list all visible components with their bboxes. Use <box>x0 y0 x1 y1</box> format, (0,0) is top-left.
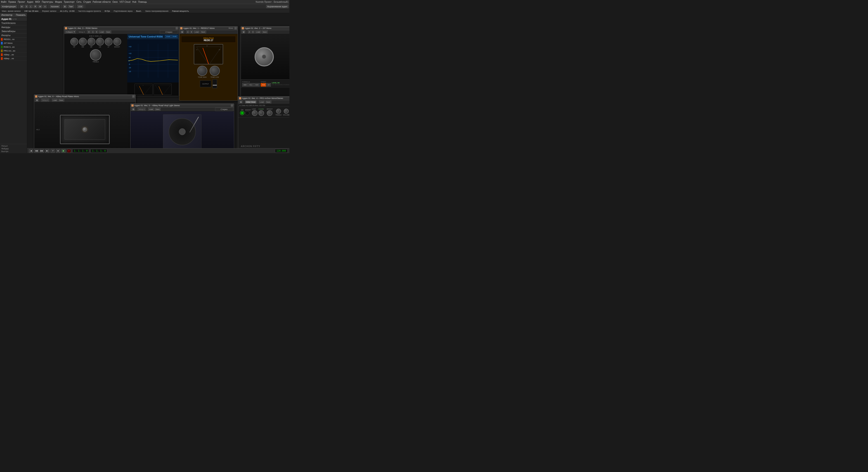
transport-rewind[interactable]: ◀◀ <box>34 149 38 153</box>
j37-save[interactable]: Save <box>261 31 268 33</box>
vinyl-close-btn[interactable]: × <box>231 104 233 107</box>
vinyl-load[interactable]: Load <box>148 108 154 111</box>
rs56-bypass[interactable]: ⬅ <box>87 31 91 33</box>
redd17-drive-slider[interactable] <box>213 79 217 88</box>
rs56-knob-4[interactable]: LM <box>96 38 104 48</box>
toolbar-s[interactable]: S <box>25 5 28 8</box>
rs56-30db-btn[interactable]: 30dB <box>172 35 178 38</box>
archon-preset-name[interactable]: Initial Clean <box>245 101 256 103</box>
inspector-section-chords[interactable]: Аккорды <box>0 25 27 29</box>
plates-load[interactable]: Load <box>52 99 58 102</box>
inspector-section-inserts[interactable]: Инсерты <box>0 33 27 37</box>
transport-stop[interactable]: ■ <box>56 149 60 153</box>
rs56-knob-2[interactable]: HM <box>79 38 87 48</box>
plates-power[interactable]: ⏻ <box>35 99 39 102</box>
menu-network[interactable]: Сеть <box>76 1 82 3</box>
toolbar-l[interactable]: L <box>29 5 33 8</box>
rs56-close-btn[interactable]: × <box>176 27 178 29</box>
rs56-preset[interactable]: Стерео <box>160 30 178 34</box>
plates-close-btn[interactable]: × <box>132 95 134 98</box>
transport-record[interactable]: ● <box>67 149 71 153</box>
inspector-section-eq[interactable]: Эквалайзеры <box>0 29 27 33</box>
vinyl-power[interactable]: ⏻ <box>131 108 135 111</box>
j37-formula-888[interactable]: 888 <box>242 83 248 87</box>
menu-project[interactable]: Проект <box>18 1 25 3</box>
menu-vst-cloud[interactable]: VST Cloud <box>120 1 130 3</box>
j37-formula-815[interactable]: 815 <box>254 83 260 87</box>
inspector-section-trackversions[interactable]: TrackVersions <box>0 21 27 25</box>
track-item-j37[interactable]: J37 Mono <box>0 41 27 45</box>
toolbar-quantize[interactable]: 1/16 <box>77 5 84 8</box>
rs56-knob-7[interactable]: TREBLE <box>90 49 101 63</box>
menu-hub[interactable]: Hub <box>132 1 136 3</box>
archon-load[interactable]: Load <box>259 101 265 103</box>
archon-bass-knob[interactable]: TREBLE <box>275 109 281 116</box>
toolbar-snap-val[interactable]: Такт <box>68 5 74 8</box>
redd17-tone-low[interactable]: TONE LOW <box>210 66 220 78</box>
archon-title-bar[interactable]: Аудио 01: Инс. 4 – PRS Archon Mono/Stere… <box>238 97 289 100</box>
menu-score[interactable]: Партитуры <box>42 1 53 3</box>
vinyl-title-bar[interactable]: Аудио 01: Инс. 5 – Abbey Road Vinyl Ligh… <box>130 104 234 107</box>
inspector-track-name[interactable]: Аудио 01 <box>1 18 11 20</box>
track-item-rs56[interactable]: RS56 S...eo <box>0 45 27 49</box>
archon-power[interactable]: ⏻ <box>239 101 243 103</box>
menu-transport[interactable]: Транспорт <box>64 1 74 3</box>
toolbar-touch[interactable]: Касание <box>50 5 60 8</box>
toolbar-snap[interactable]: ⊞ <box>63 5 67 8</box>
transport-loop[interactable]: ↺ <box>51 149 55 153</box>
j37-speed-75[interactable]: 7.5 <box>261 83 266 87</box>
rs56-knob-6[interactable]: BOOST <box>113 38 121 48</box>
toolbar-align[interactable]: Выравнивание аудио <box>266 5 288 8</box>
track-item-abbey2[interactable]: Abbey ...no <box>0 57 27 61</box>
rs56-knob-5[interactable]: LF <box>105 38 113 48</box>
rs56-collapse[interactable]: Collapse ▼ <box>65 31 76 33</box>
rs56-15db-btn[interactable]: 15dB <box>165 35 171 38</box>
menu-studio[interactable]: Студия <box>83 1 91 3</box>
redd17-title-bar[interactable]: Аудио 01: Инс. 1 – REDD17 Mono Моно × <box>179 27 238 30</box>
track-item-prs[interactable]: PRS Arc...eo <box>0 49 27 53</box>
j37-load[interactable]: Load <box>255 31 261 33</box>
inspector-show[interactable]: Показать <box>16 14 26 16</box>
vinyl-save[interactable]: Save <box>155 108 160 111</box>
transport-fastforward[interactable]: ▶▶ <box>40 149 44 153</box>
archon-lead-knob[interactable] <box>252 110 257 116</box>
menu-file[interactable]: Файл <box>1 1 6 3</box>
j37-speed-15[interactable]: 15 <box>266 83 271 87</box>
archon-save[interactable]: Save <box>266 101 271 103</box>
toolbar-a[interactable]: A <box>43 5 47 8</box>
redd17-save[interactable]: Save <box>200 31 206 33</box>
transport-play[interactable]: ▶ <box>62 149 66 153</box>
vinyl-preset[interactable]: Стерео <box>215 107 233 111</box>
j37-formula-811[interactable]: 811 <box>248 83 254 87</box>
archon-boost-knob[interactable] <box>245 111 249 115</box>
j37-a[interactable]: A <box>248 31 251 33</box>
menu-workspaces[interactable]: Рабочие области <box>93 1 111 3</box>
toolbar-w[interactable]: W <box>38 5 42 8</box>
j37-title-bar[interactable]: Аудио 01: Инс. 2 – J37 Mono × <box>241 27 289 30</box>
redd17-tone-high[interactable]: TONE HIGH <box>197 66 207 78</box>
menu-audio[interactable]: Аудио <box>27 1 33 3</box>
transport-fastforward-end[interactable]: ▶| <box>45 149 49 153</box>
track-item-abbey1[interactable]: Abbey ...eo <box>0 53 27 57</box>
archon-on-switch[interactable] <box>240 111 244 115</box>
rs56-b-btn[interactable]: B <box>95 31 98 33</box>
archon-clean-knob[interactable] <box>258 110 264 116</box>
archon-middle-knob[interactable]: VOLUME <box>283 109 289 116</box>
redd17-close-btn[interactable]: × <box>235 27 237 29</box>
redd17-load[interactable]: Load <box>194 31 200 33</box>
rs56-load[interactable]: Load <box>99 31 105 33</box>
track-item-redd[interactable]: REDD1...no <box>0 37 27 41</box>
rs56-save[interactable]: Save <box>105 31 111 33</box>
transport-rewind-end[interactable]: |◀ <box>29 149 33 153</box>
menu-window[interactable]: Окно <box>112 1 118 3</box>
toolbar-config-btn[interactable]: Конфигурации <box>1 5 17 8</box>
menu-media[interactable]: Медиа <box>55 1 62 3</box>
toolbar-r[interactable]: R <box>33 5 37 8</box>
rs56-a-btn[interactable]: A <box>91 31 94 33</box>
redd17-b[interactable]: B <box>190 31 193 33</box>
j37-power[interactable]: ⏻ <box>242 31 245 33</box>
rs56-title-bar[interactable]: Аудио 01: Инс. 3 – RS56 Stereo × <box>64 27 179 30</box>
menu-midi[interactable]: MIDI <box>35 1 40 3</box>
menu-help[interactable]: Помощь <box>138 1 147 3</box>
plates-save[interactable]: Save <box>58 99 64 102</box>
